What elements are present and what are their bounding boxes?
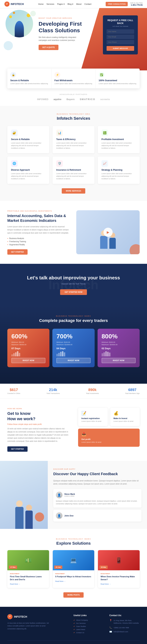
- footer-link-4[interactable]: ✔Latest News: [74, 628, 104, 630]
- blog-more-wrap: MORE POSTS: [7, 592, 140, 598]
- service-3-icon: 💹: [101, 130, 108, 136]
- footer-contact-1: 📍 21 King Street, 5th Floor, Melbourne, …: [109, 619, 140, 624]
- blog-read-more-2[interactable]: Read More →: [55, 580, 66, 582]
- hero-title: Developing First Class Solutions: [39, 20, 85, 34]
- package-purple: 800% Minimum: $200.00 Maximum: $20000.00…: [98, 329, 140, 367]
- package-2-max: Maximum: $10000.00: [56, 344, 90, 346]
- phone-number: 1.301.770.55: [130, 4, 142, 6]
- stat-value-2: 214k: [47, 388, 60, 392]
- invest-text: Lorem ipsum dolor sit amet consectetur a…: [7, 225, 71, 234]
- guaranteed-text: Lorem ipsum dolor sitet ametconsectetur …: [99, 82, 137, 85]
- footer: IT INFOTECH At risus duis sit duis orci …: [0, 607, 147, 644]
- service-2-icon: 📊: [56, 130, 63, 136]
- nav-link-about[interactable]: About: [76, 3, 82, 5]
- stat-item-2: 214k Total Transactions: [47, 388, 60, 394]
- nav-right: FREE CONSULTATION Call Us Any Time 1.301…: [106, 2, 142, 6]
- blog-grid: 💵 17 Dec INVESTMENT First-Time Small Bus…: [7, 550, 140, 588]
- callback-subtitle: Let's Build Your Website: [107, 26, 134, 27]
- profit-icon: 📤: [81, 432, 136, 437]
- more-services-button[interactable]: MORE SERVICES: [62, 188, 85, 194]
- nav-link-contact[interactable]: Contact: [84, 3, 91, 5]
- partners-label: HONOURABLE PARTNERS: [7, 94, 140, 95]
- service-card-2: 📊 Taxes & Efficiency Lorem ipsum dolor s…: [53, 126, 94, 153]
- partner-5: screvis: [100, 98, 110, 101]
- footer-brand: IT INFOTECH At risus duis sit duis orci …: [7, 614, 68, 635]
- footer-email: hello@infotech.com: [113, 631, 128, 633]
- logo-icon: IT: [5, 2, 10, 6]
- invest-content: Profitable And Successful Investments In…: [7, 210, 71, 255]
- how-card-profit: 📤 Get profit Lorem ipsum dolor sit amet: [78, 428, 140, 447]
- instant-text: Lorem ipsum dolor sit amet: [81, 420, 104, 423]
- packages-section: Business Technology Index Complete packa…: [0, 306, 147, 384]
- stats-section: $617 Counted in Clicks 214k Total Transa…: [0, 384, 147, 398]
- footer-link-1[interactable]: ✔About Company: [74, 619, 104, 621]
- invest-tag-2: ● Freelancing Training: [7, 240, 71, 242]
- callback-phone-input[interactable]: [107, 40, 134, 44]
- blog-date-3: 25 Mar: [99, 566, 108, 569]
- invest-icon: 💰: [113, 411, 136, 416]
- package-1-min: Minimum: $50.00: [11, 341, 45, 343]
- package-1-invest-button[interactable]: INVEST NOW: [11, 358, 45, 363]
- location-icon: 📍: [109, 619, 112, 622]
- callback-email-input[interactable]: [107, 35, 134, 39]
- stat-label-4: Total Members Sign: [125, 392, 140, 394]
- stat-value-3: 890k: [86, 388, 99, 392]
- how-cta-button[interactable]: GET STARTED: [7, 446, 28, 452]
- feature-guaranteed: ✅ 100% Guaranteed Lorem ipsum dolor site…: [96, 68, 140, 88]
- callback-submit-button[interactable]: SUBMIT MESSAGE: [107, 46, 134, 51]
- nav-link-pages[interactable]: Pages ▾: [57, 3, 65, 5]
- callback-name-input[interactable]: [107, 29, 134, 34]
- footer-link-3[interactable]: ✔Case Studies: [74, 626, 104, 627]
- package-1-days: 07 Days: [11, 347, 45, 350]
- free-consultation-button[interactable]: FREE CONSULTATION: [106, 2, 128, 6]
- package-2-invest-button[interactable]: INVEST NOW: [56, 358, 90, 363]
- invest-image-placeholder: ▶: [76, 210, 140, 254]
- navbar: IT INFOTECH Home Services Pages ▾ Blog ▾…: [0, 0, 147, 8]
- hero-subtitle: We think about creating intelligently in…: [39, 36, 85, 42]
- how-content: How We Work Get to knowHow we work? Foll…: [7, 408, 73, 452]
- get-quote-button[interactable]: GET A QUOTE: [39, 45, 58, 50]
- testimonials-section: Discover Our Happy Discover Our Happy Cl…: [0, 461, 147, 529]
- footer-phone: +(880) 123 456 7898: [113, 627, 129, 628]
- logo[interactable]: IT INFOTECH: [5, 2, 24, 6]
- blog-post-title-2: 5 Foolproof Ways to Attract Investors: [55, 575, 92, 578]
- phone-label: Call Us Any Time: [130, 2, 142, 4]
- invest-cta-button[interactable]: GET STARTED: [7, 249, 28, 255]
- blog-read-more-1[interactable]: Read More →: [10, 583, 20, 585]
- blog-read-more-3[interactable]: Read More →: [100, 583, 111, 585]
- nav-link-home[interactable]: Home: [38, 3, 44, 5]
- testi-avatar-1: 👤: [56, 492, 62, 498]
- footer-links-col: Useful Links ✔About Company ✔Our Service…: [74, 614, 104, 635]
- how-text: Ut enim ad minim veniam quis nostrud exe…: [7, 427, 69, 443]
- improve-sub: Improve with the Tech Trends: [7, 283, 140, 285]
- package-3-invest-button[interactable]: INVEST NOW: [102, 358, 136, 363]
- service-2-text: Lorem ipsum dolor sitet amet consectetur…: [56, 142, 91, 150]
- testi-text-1: Quisque volutpat mattis eros sit amet ve…: [56, 500, 139, 505]
- testimonials-image: [0, 461, 48, 529]
- blog-post-title-1: First-Time Small Business Loans Do's and…: [10, 575, 47, 581]
- profit-title: Get profit: [81, 438, 136, 440]
- service-3-text: Lorem ipsum dolor sitet amet consectetur…: [101, 142, 136, 150]
- service-card-4: 🌐 Diverse Approach Lorem ipsum dolor sit…: [7, 156, 49, 184]
- testi-card-1: 👤 Steve Mark Lorem a dolor Quisque volut…: [53, 489, 141, 508]
- dark-improve-section: Infotech Let's talk about improving your…: [0, 264, 147, 306]
- logo-text: INFOTECH: [11, 2, 24, 6]
- service-1-icon: 🔐: [11, 130, 18, 136]
- services-title: Infotech Services: [7, 116, 140, 121]
- phone-icon: 📞: [109, 626, 112, 629]
- play-button[interactable]: ▶: [103, 228, 113, 237]
- stat-item-3: 890k Total Investments: [86, 388, 99, 394]
- service-2-title: Taxes & Efficiency: [56, 138, 91, 140]
- improve-cta-button[interactable]: GET STARTED NOW: [60, 289, 87, 295]
- blog-cat-2: INVESTMENT: [55, 573, 92, 574]
- footer-link-2[interactable]: ✔Our Services: [74, 622, 104, 624]
- guaranteed-title: 100% Guaranteed: [99, 79, 137, 82]
- instant-title: Instant registration: [81, 417, 104, 420]
- blog-card-2: 💻 20 Jan INVESTMENT 5 Foolproof Ways to …: [53, 550, 94, 588]
- more-posts-button[interactable]: MORE POSTS: [63, 592, 84, 598]
- feature-secure: 🔒 Secure & Reliable Lorem ipsum dolor si…: [7, 68, 51, 88]
- nav-link-blog[interactable]: Blog ▾: [68, 3, 73, 5]
- footer-link-5[interactable]: ✔Contact Us: [74, 632, 104, 634]
- blog-cat-1: INVESTMENT: [10, 573, 47, 574]
- nav-link-services[interactable]: Services: [47, 3, 54, 5]
